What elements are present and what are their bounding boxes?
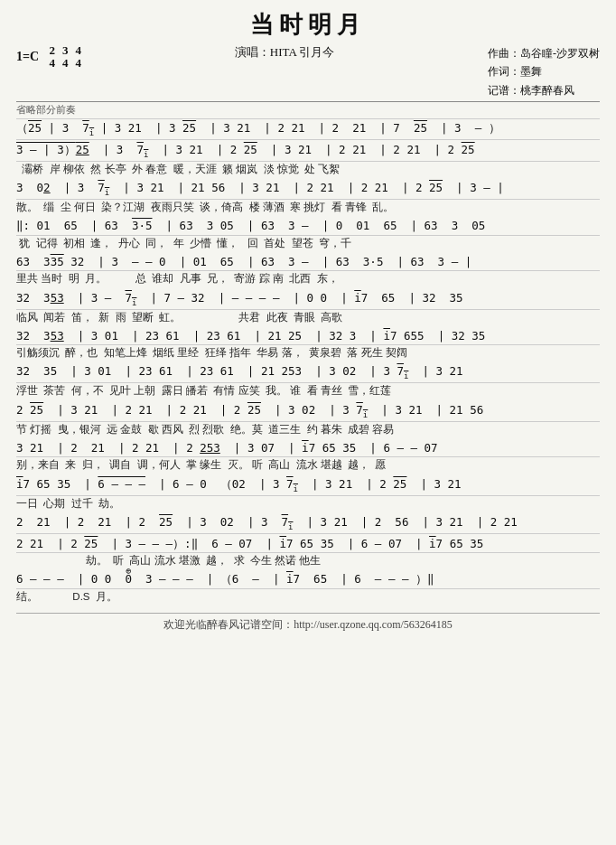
key-signature: 1=C 24 34 44 bbox=[16, 44, 81, 70]
credits: 作曲：岛谷瞳-沙罗双树 作词：墨舞 记谱：桃李醉春风 bbox=[488, 44, 600, 99]
performer: 演唱：HITA 引月今 bbox=[81, 44, 488, 61]
footer: 欢迎光临醉春风记谱空间：http://user.qzone.qq.com/563… bbox=[16, 613, 600, 633]
music-content: 省略部分前奏 （25 | 3 7i | 3 21 | 3 25 | 3 21 |… bbox=[16, 101, 600, 606]
page-title: 当时明月 bbox=[16, 9, 600, 41]
